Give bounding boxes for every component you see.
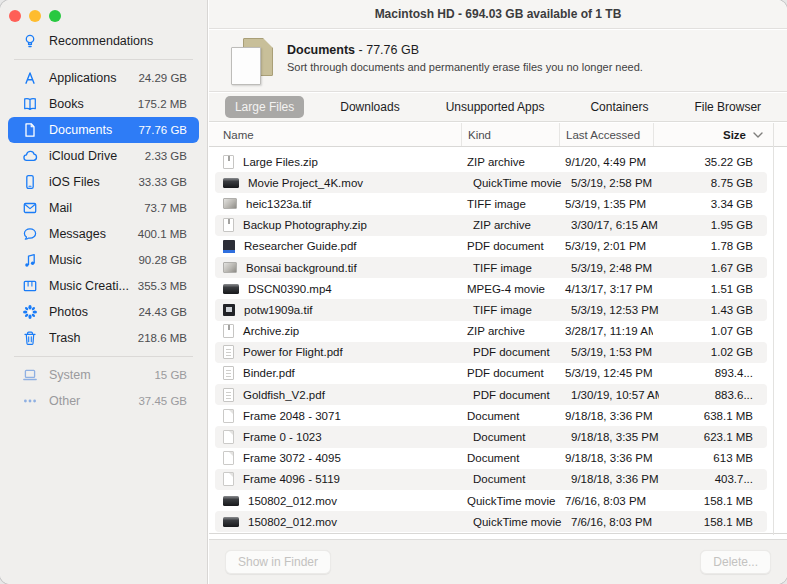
sidebar: RecommendationsApplications24.29 GBBooks… — [0, 0, 208, 584]
file-name: Goldfish_V2.pdf — [243, 389, 325, 401]
lightbulb-icon — [22, 33, 38, 49]
document-icon — [22, 122, 38, 138]
scrollbar-gutter — [773, 123, 774, 535]
tab-file-browser[interactable]: File Browser — [684, 96, 771, 118]
image-file-icon — [223, 262, 237, 273]
sidebar-item-size: 77.76 GB — [138, 124, 187, 136]
pdf-file-icon — [223, 345, 234, 359]
column-header-kind[interactable]: Kind — [461, 123, 559, 146]
sidebar-item-music[interactable]: Music90.28 GB — [8, 247, 199, 273]
appstore-icon — [22, 70, 38, 86]
delete-button[interactable]: Delete... — [700, 550, 771, 574]
table-row[interactable]: Frame 4096 - 5119Document9/18/18, 3:36 P… — [215, 469, 767, 490]
sidebar-item-icloud-drive[interactable]: iCloud Drive2.33 GB — [8, 143, 199, 169]
file-kind: QuickTime movie — [467, 516, 565, 528]
sidebar-item-label: Music Creati... — [49, 279, 132, 293]
tab-containers[interactable]: Containers — [580, 96, 658, 118]
close-window-button[interactable] — [9, 10, 21, 22]
page-file-icon — [223, 472, 234, 486]
zip-file-icon — [223, 155, 234, 169]
zip-file-icon — [223, 324, 234, 338]
sidebar-item-mail[interactable]: Mail73.7 MB — [8, 195, 199, 221]
sidebar-item-photos[interactable]: Photos24.43 GB — [8, 299, 199, 325]
column-header-last-accessed[interactable]: Last Accessed — [559, 123, 653, 146]
table-header: Name Kind Last Accessed Size — [209, 123, 787, 147]
file-size: 158.1 MB — [659, 516, 767, 528]
sidebar-item-system[interactable]: System15 GB — [8, 362, 199, 388]
file-last-accessed: 4/13/17, 3:17 PM — [559, 283, 653, 295]
file-kind: TIFF image — [467, 304, 565, 316]
sidebar-item-size: 2.33 GB — [145, 150, 187, 162]
file-kind: QuickTime movie — [467, 177, 565, 189]
table-row[interactable]: DSCN0390.mp4MPEG-4 movie4/13/17, 3:17 PM… — [209, 278, 787, 299]
music-note-icon — [22, 252, 38, 268]
category-separator: - — [355, 43, 366, 57]
file-size: 35.22 GB — [653, 156, 787, 168]
sidebar-item-label: Photos — [49, 305, 132, 319]
storage-management-window: RecommendationsApplications24.29 GBBooks… — [0, 0, 787, 584]
table-row[interactable]: 150802_012.movQuickTime movie7/6/16, 8:0… — [215, 511, 767, 532]
file-last-accessed: 9/18/18, 3:36 PM — [565, 473, 659, 485]
table-row[interactable]: Frame 3072 - 4095Document9/18/18, 3:36 P… — [209, 448, 787, 469]
file-kind: TIFF image — [467, 262, 565, 274]
file-size: 1.43 GB — [659, 304, 767, 316]
zoom-window-button[interactable] — [49, 10, 61, 22]
tab-large-files[interactable]: Large Files — [225, 96, 304, 118]
minimize-window-button[interactable] — [29, 10, 41, 22]
file-last-accessed: 3/28/17, 11:19 AM — [559, 325, 653, 337]
movie-file-icon — [223, 496, 239, 506]
mail-icon — [22, 200, 38, 216]
table-row[interactable]: Binder.pdfPDF document5/3/19, 12:45 PM89… — [209, 363, 787, 384]
table-row[interactable]: Large Files.zipZIP archive9/1/20, 4:49 P… — [209, 151, 787, 172]
sidebar-item-applications[interactable]: Applications24.29 GB — [8, 65, 199, 91]
chevron-down-icon — [753, 132, 763, 138]
sidebar-item-size: 15 GB — [154, 369, 187, 381]
table-row[interactable]: heic1323a.tifTIFF image5/3/19, 1:35 PM3.… — [209, 193, 787, 214]
sidebar-item-recommendations[interactable]: Recommendations — [8, 28, 199, 54]
chat-bubble-icon — [22, 226, 38, 242]
sidebar-item-size: 400.1 MB — [138, 228, 187, 240]
table-row[interactable]: Power for Flight.pdfPDF document5/3/19, … — [215, 342, 767, 363]
sidebar-item-messages[interactable]: Messages400.1 MB — [8, 221, 199, 247]
table-row[interactable]: Goldfish_V2.pdfPDF document1/30/19, 10:5… — [215, 384, 767, 405]
sidebar-item-label: Trash — [49, 331, 132, 345]
table-row[interactable]: Bonsai background.tifTIFF image5/3/19, 2… — [215, 257, 767, 278]
sidebar-item-ios-files[interactable]: iOS Files33.33 GB — [8, 169, 199, 195]
column-header-name[interactable]: Name — [209, 123, 461, 146]
sidebar-item-documents[interactable]: Documents77.76 GB — [8, 117, 199, 143]
file-name: 150802_012.mov — [248, 495, 337, 507]
table-row[interactable]: Researcher Guide.pdfPDF document5/3/19, … — [209, 236, 787, 257]
sidebar-item-size: 355.3 MB — [138, 280, 187, 292]
file-last-accessed: 3/30/17, 6:15 AM — [565, 219, 659, 231]
sidebar-item-music-creati[interactable]: Music Creati...355.3 MB — [8, 273, 199, 299]
column-header-size[interactable]: Size — [653, 123, 787, 146]
table-row[interactable]: Archive.zipZIP archive3/28/17, 11:19 AM1… — [209, 321, 787, 342]
table-row[interactable]: Backup Photography.zipZIP archive3/30/17… — [215, 215, 767, 236]
table-row[interactable]: potw1909a.tifTIFF image5/3/19, 12:53 PM1… — [215, 299, 767, 320]
file-size: 1.02 GB — [659, 346, 767, 358]
tab-unsupported-apps[interactable]: Unsupported Apps — [436, 96, 555, 118]
sidebar-item-other[interactable]: Other37.45 GB — [8, 388, 199, 414]
sidebar-item-size: 37.45 GB — [138, 395, 187, 407]
file-kind: QuickTime movie — [461, 495, 559, 507]
tab-downloads[interactable]: Downloads — [330, 96, 409, 118]
sidebar-item-label: System — [49, 368, 148, 382]
file-kind: ZIP archive — [461, 156, 559, 168]
file-size: 893.4... — [653, 367, 787, 379]
sidebar-item-size: 218.6 MB — [138, 332, 187, 344]
phone-icon — [22, 174, 38, 190]
sidebar-item-trash[interactable]: Trash218.6 MB — [8, 325, 199, 351]
show-in-finder-button[interactable]: Show in Finder — [225, 550, 331, 574]
file-name: Large Files.zip — [243, 156, 318, 168]
file-size: 638.1 MB — [653, 410, 787, 422]
sidebar-item-books[interactable]: Books175.2 MB — [8, 91, 199, 117]
file-name: Backup Photography.zip — [243, 219, 367, 231]
table-row[interactable]: Movie Project_4K.movQuickTime movie5/3/1… — [215, 172, 767, 193]
table-row[interactable]: 150802_012.movQuickTime movie7/6/16, 8:0… — [209, 490, 787, 511]
table-row[interactable]: Frame 0 - 1023Document9/18/18, 3:35 PM62… — [215, 426, 767, 447]
sidebar-item-label: Mail — [49, 201, 138, 215]
movie-file-icon — [223, 178, 239, 188]
table-row[interactable]: Frame 2048 - 3071Document9/18/18, 3:36 P… — [209, 405, 787, 426]
file-last-accessed: 5/3/19, 2:58 PM — [565, 177, 659, 189]
tab-bar: Large FilesDownloadsUnsupported AppsCont… — [209, 93, 787, 122]
